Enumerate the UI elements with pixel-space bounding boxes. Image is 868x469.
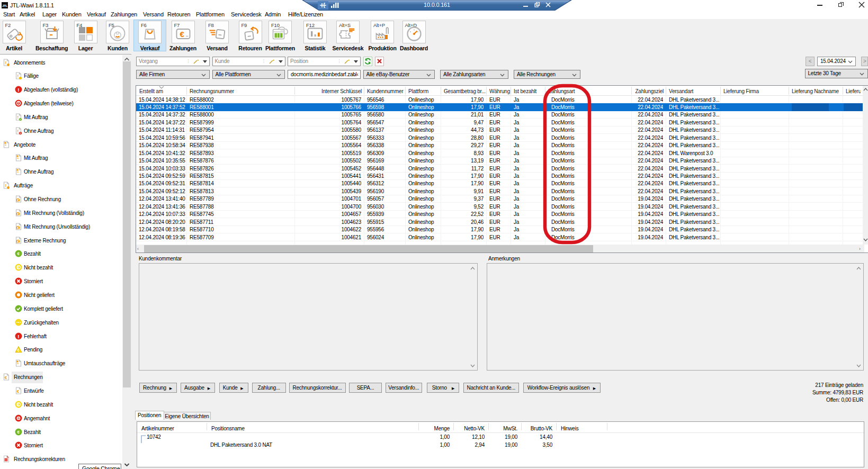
svg-text:!: !: [5, 183, 6, 188]
svg-text:!: !: [17, 74, 19, 78]
svg-text:€: €: [17, 430, 20, 434]
svg-text:€: €: [17, 199, 19, 202]
svg-text:€: €: [17, 348, 20, 352]
svg-text:€: €: [17, 226, 19, 229]
svg-text:!: !: [17, 333, 19, 339]
svg-text:JTL: JTL: [2, 4, 8, 7]
svg-text:€: €: [17, 252, 20, 256]
svg-text:10.0.0.161: 10.0.0.161: [424, 2, 450, 8]
svg-text:!: !: [17, 87, 19, 93]
svg-text:€: €: [180, 30, 184, 39]
svg-text:€: €: [17, 212, 19, 215]
svg-text:!: !: [5, 60, 6, 65]
svg-text:!: !: [17, 115, 19, 120]
svg-text:€: €: [17, 239, 19, 243]
svg-text:!: !: [17, 129, 19, 133]
